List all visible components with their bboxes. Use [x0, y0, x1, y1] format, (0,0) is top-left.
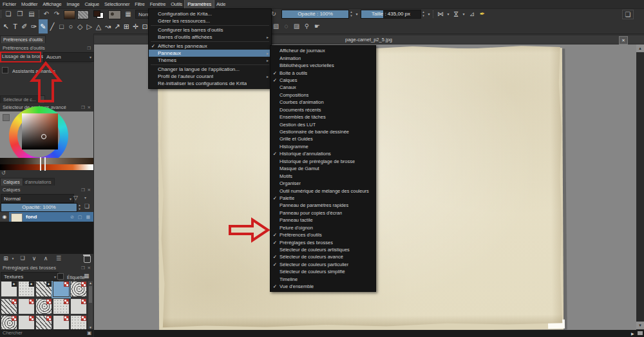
advanced-color-selector[interactable]	[0, 111, 93, 158]
layer-options-icon[interactable]: ❏	[84, 203, 90, 209]
chevron-down-icon[interactable]: ▾	[461, 9, 466, 19]
tool-button[interactable]: ↝	[103, 19, 112, 34]
panel-float-icon[interactable]: ❐	[87, 44, 91, 52]
menubar-item[interactable]: Paramètres	[185, 0, 214, 8]
submenu-item[interactable]: Panneau de paramètres rapides	[270, 202, 375, 209]
selector-settings-icon[interactable]	[3, 114, 10, 121]
layer-properties-button[interactable]: ☰	[54, 254, 63, 263]
menu-item[interactable]: Gérer les ressources...	[149, 17, 271, 24]
menubar-item[interactable]: Calque	[82, 0, 102, 8]
tool-button[interactable]: ╱	[48, 19, 57, 34]
layer-opacity-stepper[interactable]: ▴▾	[77, 203, 82, 211]
tool-button[interactable]: ✑	[29, 19, 38, 34]
brush-preset[interactable]	[53, 315, 70, 329]
snap-assistants-row[interactable]: Assistants aimantés	[2, 67, 55, 74]
panel-window-icons[interactable]: ❐ ✕	[81, 186, 91, 193]
tool-button[interactable]: ✎	[39, 19, 48, 34]
scroll-right-button[interactable]: ▶	[631, 331, 634, 336]
layer-filter-icon[interactable]: ▽	[73, 195, 78, 201]
layer-visibility-eye-icon[interactable]: ◉	[0, 212, 9, 222]
layer-row-fond[interactable]: ◉ fond ⊘ ▢ ▦	[0, 212, 93, 222]
menu-item[interactable]: Thèmes ▸	[149, 57, 271, 64]
tool-button[interactable]: ⊞	[122, 19, 131, 34]
menu-item[interactable]: ✓ Afficher les panneaux	[149, 43, 271, 50]
delete-layer-button[interactable]	[84, 256, 91, 263]
brush-preset[interactable]	[70, 281, 87, 297]
view-tool-button[interactable]: ▧	[272, 19, 280, 34]
move-layer-up-button[interactable]: ∧	[41, 254, 50, 263]
submenu-item[interactable]: ✓ Calques	[270, 77, 375, 84]
gamut-shade-strip[interactable]	[0, 164, 93, 170]
layer-thumbnail[interactable]	[11, 213, 23, 222]
layer-blend-mode-dropdown[interactable]: Normal ▾	[1, 194, 74, 203]
chevron-down-icon[interactable]: ▾	[354, 9, 359, 19]
dock-tab[interactable]: Sélecteur de c...	[0, 95, 39, 103]
move-layer-down-button[interactable]: ∨	[30, 254, 39, 263]
tool-button[interactable]: T	[10, 19, 19, 34]
brush-preset[interactable]	[53, 281, 70, 297]
menu-item[interactable]: Ré-initialiser les configurations de Kri…	[149, 80, 271, 87]
brush-preset[interactable]	[70, 315, 87, 329]
toolbar-grip[interactable]	[1, 10, 3, 18]
texture-swatch[interactable]	[108, 10, 121, 19]
submenu-item[interactable]: Documents récents	[270, 106, 375, 113]
horizontal-scrollbar[interactable]: ▶	[93, 330, 644, 337]
duplicate-layer-button[interactable]: ❏	[18, 254, 27, 263]
submenu-item[interactable]: Histogramme	[270, 143, 375, 150]
brush-preset[interactable]: ✶	[1, 281, 17, 297]
scrollbar-thumb[interactable]	[638, 331, 643, 335]
foreground-background-colors[interactable]	[93, 10, 104, 19]
assistants-checkbox[interactable]	[2, 67, 8, 73]
chevron-down-icon[interactable]: ▾	[426, 9, 431, 19]
brush-grid-scrollbar[interactable]: ▲ ▼	[88, 281, 93, 329]
chevron-down-icon[interactable]: ▾	[10, 254, 15, 263]
menubar-item[interactable]: Aide	[214, 0, 228, 8]
brush-preset[interactable]	[18, 315, 35, 329]
panel-window-icons[interactable]: ❐ ✕	[81, 264, 91, 271]
menu-item[interactable]: Panneaux ▸	[149, 50, 271, 57]
submenu-item[interactable]: Ensembles de tâches	[270, 113, 375, 120]
workspace-grid-icon[interactable]: ▦	[124, 9, 133, 19]
menubar-item[interactable]: Sélectionner	[102, 0, 132, 8]
submenu-item[interactable]: Motifs	[270, 172, 375, 179]
tag-options-icon[interactable]: ▦	[84, 273, 90, 279]
submenu-item[interactable]: Timeline	[270, 276, 375, 283]
menubar-item[interactable]: Filtre	[132, 0, 147, 8]
submenu-item[interactable]: ✓ Vue d'ensemble	[270, 283, 375, 290]
submenu-item[interactable]: ✓ Préférences d'outils	[270, 231, 375, 238]
feather-brush-icon[interactable]: ✒	[478, 9, 487, 19]
brush-preset[interactable]: ✶	[35, 281, 52, 297]
submenu-item[interactable]: Bibliothèques vectorielles	[270, 62, 375, 69]
save-document-icon[interactable]: ▤	[27, 9, 36, 19]
tool-button[interactable]: ✛	[131, 19, 140, 34]
menu-item[interactable]: Profil de l'auteur courant ▸	[149, 73, 271, 80]
open-document-icon[interactable]: ❐	[15, 9, 24, 19]
chevron-down-icon[interactable]: ▾	[446, 9, 451, 19]
brush-preset[interactable]	[35, 298, 52, 314]
brush-preset[interactable]	[35, 315, 52, 329]
submenu-item[interactable]: Pelure d'oignon	[270, 224, 375, 231]
scroll-up-button[interactable]: ▲	[636, 44, 644, 52]
menubar-item[interactable]: Fenêtre	[147, 0, 168, 8]
size-stepper[interactable]: ▴▾	[421, 10, 426, 17]
close-document-icon[interactable]: ✕	[619, 36, 628, 44]
menubar-item[interactable]: Fichier	[0, 0, 19, 8]
panel-window-icons[interactable]: ❐ ✕	[81, 104, 91, 111]
submenu-item[interactable]: Masque de Gamut	[270, 165, 375, 172]
tool-button[interactable]: ↖	[1, 19, 10, 34]
saturation-value-square[interactable]	[22, 113, 58, 149]
brush-preset[interactable]	[70, 298, 87, 314]
brush-preset[interactable]	[1, 315, 17, 329]
layer-opacity-slider[interactable]: Opacité: 100%	[1, 203, 77, 212]
tag-checkbox[interactable]	[57, 273, 64, 280]
scrollbar-thumb[interactable]	[89, 286, 92, 303]
tag-checkbox-row[interactable]: Étiquette	[57, 273, 85, 280]
vertical-scrollbar[interactable]: ▲ ▼	[636, 44, 644, 330]
submenu-item[interactable]: Canaux	[270, 84, 375, 91]
opacity-slider[interactable]: Opacité : 100%	[281, 10, 349, 19]
color-history-icon[interactable]: ↺	[1, 170, 6, 176]
toolbar-grip[interactable]	[433, 10, 435, 18]
submenu-item[interactable]: ✓ Boîte à outils	[270, 69, 375, 76]
submenu-item[interactable]: Organiser	[270, 180, 375, 187]
menu-item[interactable]: Changer la langue de l'application...	[149, 66, 271, 73]
